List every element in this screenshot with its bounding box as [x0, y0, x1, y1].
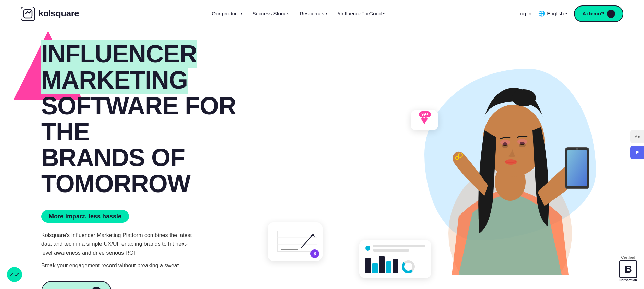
- logo-text: kolsquare: [38, 8, 79, 19]
- hero-content: INFLUENCER MARKETING SOFTWARE FOR THE BR…: [41, 41, 254, 289]
- arrow-right-icon: →: [607, 10, 615, 18]
- hero-title: INFLUENCER MARKETING SOFTWARE FOR THE BR…: [41, 41, 254, 197]
- arrow-right-icon: →: [92, 287, 101, 289]
- header-right: Log in 🌐 English ▾ A demo? →: [517, 5, 623, 22]
- bcorp-certified-label: Certified: [621, 255, 635, 259]
- hero-description: Kolsquare's Influencer Marketing Platfor…: [41, 231, 192, 257]
- chevron-down-icon: ▾: [326, 12, 327, 15]
- svg-point-1: [25, 13, 26, 14]
- translate-button[interactable]: Aa: [630, 130, 644, 143]
- hero-image: [431, 62, 589, 275]
- bcorp-badge: Certified B Corporation: [619, 255, 637, 282]
- chevron-down-icon: ▾: [241, 12, 242, 15]
- hero-section: INFLUENCER MARKETING SOFTWARE FOR THE BR…: [0, 27, 644, 289]
- bar-chart-header: [365, 245, 425, 252]
- chart-dot: [365, 246, 370, 251]
- line-chart-card: $: [268, 222, 323, 261]
- heart-notification-bubble: ♥ 99+: [411, 110, 438, 130]
- logo[interactable]: kolsquare: [21, 7, 79, 21]
- svg-point-14: [576, 147, 578, 150]
- check-button[interactable]: ✓✓: [7, 267, 22, 282]
- translate-icon: Aa: [634, 133, 641, 140]
- hero-title-wrapper: INFLUENCER MARKETING SOFTWARE FOR THE BR…: [41, 41, 254, 197]
- header: kolsquare Our product ▾ Success Stories …: [0, 0, 644, 27]
- bcorp-corporation-label: Corporation: [619, 279, 637, 282]
- bar-chart-card: [359, 240, 431, 278]
- svg-rect-13: [567, 150, 587, 186]
- header-demo-button[interactable]: A demo? →: [574, 5, 623, 22]
- chat-icon: [634, 149, 641, 156]
- nav-item-success[interactable]: Success Stories: [253, 11, 290, 16]
- hero-title-line1: INFLUENCER MARKETING: [41, 40, 197, 94]
- language-selector[interactable]: 🌐 English ▾: [538, 10, 567, 17]
- hero-badge: More impact, less hassle: [41, 210, 129, 223]
- main-nav: Our product ▾ Success Stories Resources …: [212, 11, 385, 16]
- dollar-badge: $: [310, 249, 319, 258]
- nav-item-resources[interactable]: Resources ▾: [300, 11, 327, 16]
- chevron-down-icon: ▾: [383, 12, 385, 15]
- bar-chart-lines: [373, 245, 425, 252]
- book-demo-button[interactable]: Book a demo →: [41, 281, 112, 289]
- svg-point-5: [512, 89, 536, 106]
- globe-icon: 🌐: [538, 10, 545, 17]
- bar-chart-bars: [365, 254, 425, 273]
- hero-tagline: Break your engagement record without bre…: [41, 263, 254, 269]
- svg-point-10: [505, 159, 517, 165]
- chevron-down-icon: ▾: [565, 12, 567, 15]
- svg-point-17: [500, 140, 510, 145]
- logo-icon: [21, 7, 35, 21]
- svg-rect-0: [24, 10, 32, 18]
- bcorp-b-letter: B: [624, 263, 632, 275]
- hero-title-line3: BRANDS OF TOMORROW: [41, 144, 190, 197]
- svg-point-18: [517, 139, 527, 144]
- hero-illustration: ♥ 99+: [247, 62, 623, 289]
- nav-item-product[interactable]: Our product ▾: [212, 11, 242, 16]
- check-icon: ✓✓: [9, 270, 20, 279]
- login-link[interactable]: Log in: [517, 11, 531, 16]
- notification-badge: 99+: [419, 111, 431, 117]
- svg-line-23: [301, 234, 313, 248]
- nav-item-influence[interactable]: #InfluenceForGood ▾: [338, 11, 385, 16]
- svg-text:Aa: Aa: [635, 134, 641, 139]
- donut-chart: [402, 260, 415, 273]
- chat-button[interactable]: [630, 146, 644, 159]
- side-buttons: Aa: [630, 130, 644, 159]
- bcorp-logo: B: [619, 260, 637, 278]
- hero-title-line2: SOFTWARE FOR THE: [41, 92, 236, 146]
